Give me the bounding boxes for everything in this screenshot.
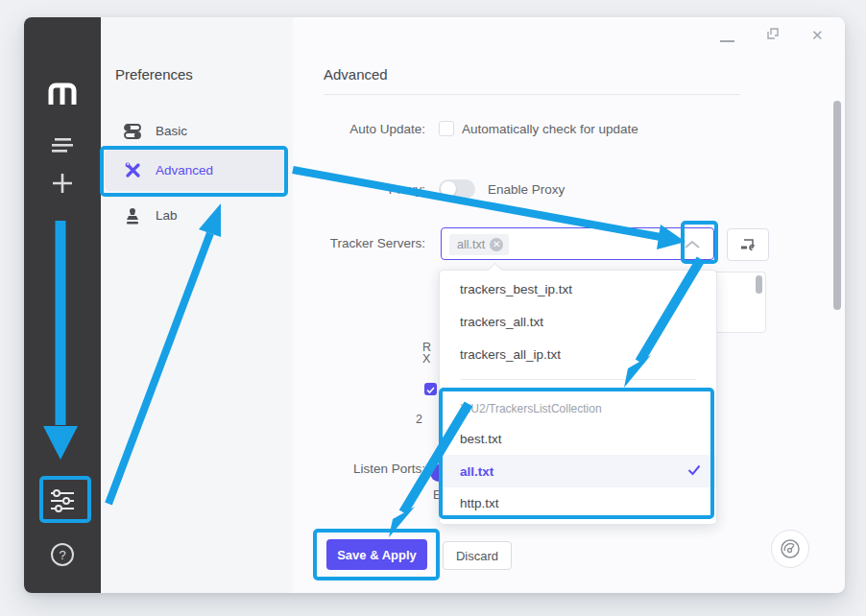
proxy-toggle[interactable]: [439, 179, 475, 199]
dropdown-group-label: XIU2/TrackersListCollection: [440, 396, 716, 421]
auto-update-checkbox-label[interactable]: Automatically check for update: [462, 122, 638, 136]
nav-item-advanced-label: Advanced: [156, 163, 213, 178]
app-window: ? Preferences Basic Ad: [24, 17, 845, 593]
toggle-knob: [441, 181, 456, 197]
sync-trackers-button[interactable]: [727, 228, 769, 261]
main-scrollbar-thumb[interactable]: [833, 101, 841, 310]
restore-button[interactable]: [766, 27, 780, 44]
listen-ports-label: Listen Ports:: [274, 462, 425, 476]
gauge-icon: [780, 538, 801, 559]
preferences-sliders-icon[interactable]: [24, 485, 101, 517]
tracker-servers-label: Tracker Servers:: [274, 236, 425, 250]
dropdown-option[interactable]: http.txt: [440, 486, 716, 519]
dropdown-divider: [460, 379, 696, 380]
proxy-toggle-label: Enable Proxy: [488, 182, 565, 197]
speed-gauge-button[interactable]: [771, 530, 809, 568]
check-icon: [687, 464, 701, 479]
dropdown-option-label: all.txt: [460, 464, 493, 479]
obscured-checked-checkbox[interactable]: [424, 383, 437, 395]
nav-item-basic-label: Basic: [156, 124, 187, 138]
task-list-icon[interactable]: [24, 130, 101, 160]
auto-update-checkbox[interactable]: [439, 121, 454, 136]
page-title: Advanced: [324, 66, 388, 83]
tracker-select-dropdown: trackers_best_ip.txt trackers_all.txt tr…: [439, 270, 717, 525]
textarea-scrollbar-thumb[interactable]: [756, 275, 762, 294]
dropdown-option[interactable]: trackers_all.txt: [440, 305, 716, 338]
save-apply-button[interactable]: Save & Apply: [326, 539, 427, 570]
selected-tag-label: all.txt: [457, 238, 485, 251]
discard-button[interactable]: Discard: [443, 541, 512, 570]
dropdown-option[interactable]: best.txt: [440, 422, 716, 455]
auto-update-label: Auto Update:: [274, 122, 425, 136]
tools-icon: [123, 161, 142, 180]
selected-tag: all.txt ✕: [449, 234, 509, 255]
lab-stamp-icon: [123, 206, 142, 225]
nav-item-lab-label: Lab: [156, 208, 178, 223]
svg-text:?: ?: [59, 548, 65, 562]
close-button[interactable]: ✕: [811, 27, 824, 44]
preferences-panel: [101, 17, 293, 593]
motrix-logo-icon: [24, 73, 101, 111]
dropdown-option[interactable]: trackers_all_ip.txt: [440, 338, 716, 370]
nav-item-advanced[interactable]: Advanced: [105, 150, 285, 191]
sync-icon: [740, 237, 757, 252]
tag-close-icon[interactable]: ✕: [490, 238, 503, 251]
toggles-icon: [123, 122, 142, 141]
help-question-icon[interactable]: ?: [24, 539, 101, 570]
dropdown-option[interactable]: trackers_best_ip.txt: [440, 272, 716, 305]
dropdown-option-selected[interactable]: all.txt: [440, 455, 716, 487]
nav-item-lab[interactable]: Lab: [105, 195, 285, 236]
nav-item-basic[interactable]: Basic: [105, 110, 285, 152]
obscured-number: 2: [416, 413, 422, 426]
minimize-button[interactable]: [720, 40, 734, 42]
add-task-icon[interactable]: [24, 167, 101, 200]
select-collapse-chevron[interactable]: [684, 240, 701, 249]
tracker-servers-select[interactable]: all.txt ✕: [441, 227, 714, 260]
heading-divider: [324, 94, 740, 95]
motrix-logo-icon: [46, 79, 79, 106]
preferences-title: Preferences: [115, 66, 193, 83]
obscured-text-line2: X: [422, 352, 430, 366]
proxy-label: Proxy:: [274, 182, 425, 197]
